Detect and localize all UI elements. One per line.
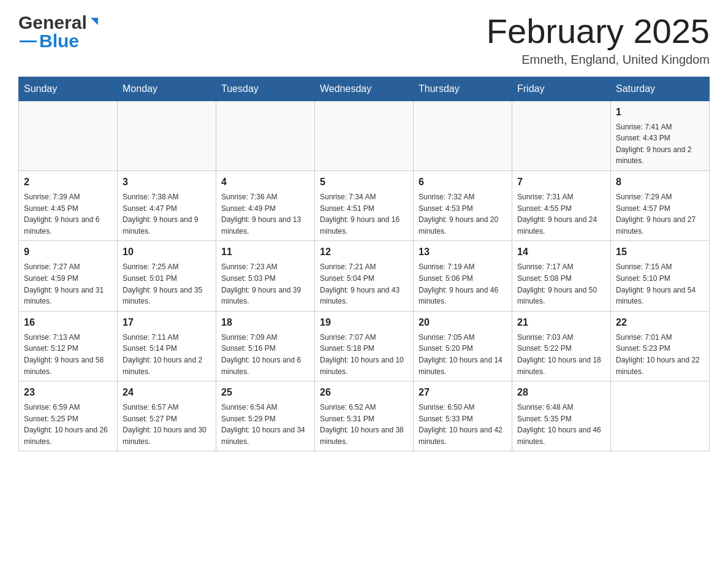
day-cell [512,101,611,170]
day-cell: 23Sunrise: 6:59 AMSunset: 5:25 PMDayligh… [19,381,118,451]
day-number: 9 [24,245,112,259]
week-row-5: 23Sunrise: 6:59 AMSunset: 5:25 PMDayligh… [19,381,710,451]
day-cell [118,101,216,170]
day-number: 14 [517,245,605,259]
day-cell: 2Sunrise: 7:39 AMSunset: 4:45 PMDaylight… [19,170,118,240]
day-info: Sunrise: 7:03 AMSunset: 5:22 PMDaylight:… [517,332,605,377]
day-cell: 3Sunrise: 7:38 AMSunset: 4:47 PMDaylight… [118,170,216,240]
calendar-table: SundayMondayTuesdayWednesdayThursdayFrid… [18,77,710,452]
day-info: Sunrise: 7:25 AMSunset: 5:01 PMDaylight:… [123,261,211,307]
day-info: Sunrise: 7:17 AMSunset: 5:08 PMDaylight:… [517,261,605,307]
day-number: 3 [123,175,211,190]
day-info: Sunrise: 6:57 AMSunset: 5:27 PMDaylight:… [123,402,211,447]
day-headers-row: SundayMondayTuesdayWednesdayThursdayFrid… [19,77,710,101]
month-title: February 2025 [487,12,710,50]
day-header-tuesday: Tuesday [216,77,315,101]
day-number: 27 [419,385,507,400]
week-row-1: 1Sunrise: 7:41 AMSunset: 4:43 PMDaylight… [19,101,710,170]
day-cell: 20Sunrise: 7:05 AMSunset: 5:20 PMDayligh… [414,311,512,381]
day-number: 5 [320,175,408,190]
title-area: February 2025 Emneth, England, United Ki… [487,12,710,67]
day-number: 21 [517,315,605,330]
day-info: Sunrise: 7:21 AMSunset: 5:04 PMDaylight:… [320,261,408,307]
day-cell: 1Sunrise: 7:41 AMSunset: 4:43 PMDaylight… [611,101,710,170]
day-number: 19 [320,315,408,330]
day-cell: 6Sunrise: 7:32 AMSunset: 4:53 PMDaylight… [414,170,512,240]
day-info: Sunrise: 7:39 AMSunset: 4:45 PMDaylight:… [24,191,112,237]
day-number: 4 [221,175,309,190]
day-info: Sunrise: 7:27 AMSunset: 4:59 PMDaylight:… [24,261,112,307]
day-cell: 19Sunrise: 7:07 AMSunset: 5:18 PMDayligh… [315,311,414,381]
day-info: Sunrise: 6:52 AMSunset: 5:31 PMDaylight:… [320,402,408,447]
day-number: 8 [616,175,704,190]
day-cell [19,101,118,170]
week-row-2: 2Sunrise: 7:39 AMSunset: 4:45 PMDaylight… [19,170,710,240]
day-number: 20 [419,315,507,330]
day-number: 22 [616,315,704,330]
day-number: 24 [123,385,211,400]
day-number: 10 [123,245,211,259]
day-info: Sunrise: 7:31 AMSunset: 4:55 PMDaylight:… [517,191,605,237]
day-cell: 4Sunrise: 7:36 AMSunset: 4:49 PMDaylight… [216,170,315,240]
day-number: 1 [616,105,704,120]
day-cell: 10Sunrise: 7:25 AMSunset: 5:01 PMDayligh… [118,241,216,311]
day-info: Sunrise: 7:23 AMSunset: 5:03 PMDaylight:… [221,261,309,307]
day-cell [414,101,512,170]
day-info: Sunrise: 7:36 AMSunset: 4:49 PMDaylight:… [221,191,309,237]
day-header-wednesday: Wednesday [315,77,414,101]
day-number: 23 [24,385,112,400]
week-row-3: 9Sunrise: 7:27 AMSunset: 4:59 PMDaylight… [19,241,710,311]
day-cell: 13Sunrise: 7:19 AMSunset: 5:06 PMDayligh… [414,241,512,311]
day-info: Sunrise: 7:41 AMSunset: 4:43 PMDaylight:… [616,121,704,167]
day-number: 7 [517,175,605,190]
day-info: Sunrise: 7:38 AMSunset: 4:47 PMDaylight:… [123,191,211,237]
day-info: Sunrise: 7:07 AMSunset: 5:18 PMDaylight:… [320,332,408,377]
day-info: Sunrise: 6:50 AMSunset: 5:33 PMDaylight:… [419,402,507,447]
day-number: 12 [320,245,408,259]
day-header-sunday: Sunday [19,77,118,101]
logo-general-text: General [18,12,87,33]
day-header-thursday: Thursday [414,77,512,101]
week-row-4: 16Sunrise: 7:13 AMSunset: 5:12 PMDayligh… [19,311,710,381]
day-cell: 15Sunrise: 7:15 AMSunset: 5:10 PMDayligh… [611,241,710,311]
day-number: 25 [221,385,309,400]
day-header-saturday: Saturday [611,77,710,101]
day-number: 16 [24,315,112,330]
day-info: Sunrise: 7:05 AMSunset: 5:20 PMDaylight:… [419,332,507,377]
day-cell [216,101,315,170]
day-cell: 16Sunrise: 7:13 AMSunset: 5:12 PMDayligh… [19,311,118,381]
day-info: Sunrise: 7:29 AMSunset: 4:57 PMDaylight:… [616,191,704,237]
day-number: 26 [320,385,408,400]
logo: General Blue [18,12,100,52]
day-number: 6 [419,175,507,190]
day-info: Sunrise: 6:59 AMSunset: 5:25 PMDaylight:… [24,402,112,447]
day-number: 13 [419,245,507,259]
day-cell: 27Sunrise: 6:50 AMSunset: 5:33 PMDayligh… [414,381,512,451]
day-info: Sunrise: 7:19 AMSunset: 5:06 PMDaylight:… [419,261,507,307]
day-cell: 8Sunrise: 7:29 AMSunset: 4:57 PMDaylight… [611,170,710,240]
logo-blue-text: Blue [39,31,79,52]
day-cell: 25Sunrise: 6:54 AMSunset: 5:29 PMDayligh… [216,381,315,451]
day-info: Sunrise: 7:32 AMSunset: 4:53 PMDaylight:… [419,191,507,237]
day-info: Sunrise: 7:11 AMSunset: 5:14 PMDaylight:… [123,332,211,377]
day-number: 11 [221,245,309,259]
day-number: 28 [517,385,605,400]
svg-marker-0 [91,18,98,25]
day-cell: 18Sunrise: 7:09 AMSunset: 5:16 PMDayligh… [216,311,315,381]
day-cell: 9Sunrise: 7:27 AMSunset: 4:59 PMDaylight… [19,241,118,311]
day-info: Sunrise: 7:01 AMSunset: 5:23 PMDaylight:… [616,332,704,377]
day-number: 17 [123,315,211,330]
day-header-monday: Monday [118,77,216,101]
location: Emneth, England, United Kingdom [487,53,710,67]
day-cell: 12Sunrise: 7:21 AMSunset: 5:04 PMDayligh… [315,241,414,311]
day-info: Sunrise: 7:09 AMSunset: 5:16 PMDaylight:… [221,332,309,377]
day-number: 2 [24,175,112,190]
day-cell: 7Sunrise: 7:31 AMSunset: 4:55 PMDaylight… [512,170,611,240]
day-info: Sunrise: 7:13 AMSunset: 5:12 PMDaylight:… [24,332,112,377]
day-cell: 28Sunrise: 6:48 AMSunset: 5:35 PMDayligh… [512,381,611,451]
logo-triangle-icon [88,15,100,28]
day-number: 18 [221,315,309,330]
day-info: Sunrise: 7:15 AMSunset: 5:10 PMDaylight:… [616,261,704,307]
day-cell: 17Sunrise: 7:11 AMSunset: 5:14 PMDayligh… [118,311,216,381]
day-cell: 26Sunrise: 6:52 AMSunset: 5:31 PMDayligh… [315,381,414,451]
